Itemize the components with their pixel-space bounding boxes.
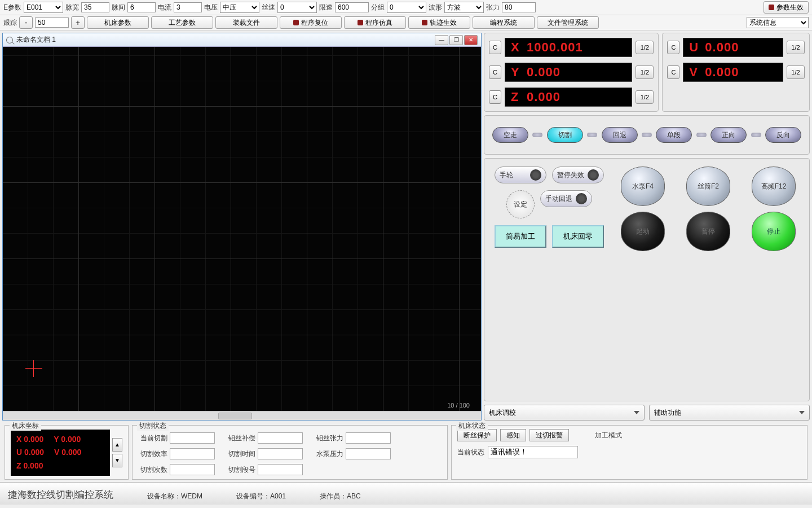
clear-z-button[interactable]: C	[489, 90, 501, 104]
half-u-button[interactable]: 1/2	[787, 41, 805, 54]
drawing-canvas[interactable]: 10 / 100	[3, 47, 481, 411]
dro-x: X1000.001	[505, 38, 632, 57]
mc-up-button[interactable]: ▲	[112, 438, 122, 452]
process-params-button[interactable]: 工艺参数	[151, 16, 213, 29]
volt-select[interactable]: 中压	[220, 2, 259, 13]
mode-cut-button[interactable]: 切割	[547, 127, 583, 143]
machine-coord-display: X 0.000Y 0.000 U 0.000V 0.000 Z 0.000	[11, 430, 110, 476]
mode-reverse-button[interactable]: 反向	[765, 127, 801, 143]
trace-apply-button[interactable]: 轨迹生效	[408, 16, 470, 29]
sysinfo-select[interactable]: 系统信息	[747, 17, 809, 28]
dro-z: Z0.000	[505, 87, 632, 107]
wire-tension-input[interactable]	[346, 432, 391, 444]
mc-down-button[interactable]: ▼	[112, 454, 122, 467]
mode-single-button[interactable]: 单段	[656, 127, 692, 143]
chevron-down-icon	[634, 411, 639, 414]
pausedisable-toggle[interactable]: 暂停失效	[552, 167, 604, 183]
dro-u: U0.000	[683, 38, 783, 57]
pause-button[interactable]: 暂停	[686, 212, 730, 251]
handwheel-toggle[interactable]: 手轮	[495, 167, 546, 183]
cut-count-input[interactable]	[170, 464, 215, 475]
pump-button[interactable]: 水泵F4	[621, 167, 665, 206]
eparam-select[interactable]: E001	[24, 2, 63, 13]
programming-button[interactable]: 编程系统	[473, 16, 535, 29]
current-status-label: 当前状态	[457, 448, 484, 457]
pi-label: 脉间	[112, 3, 125, 12]
half-z-button[interactable]: 1/2	[636, 90, 654, 104]
lamp-icon	[358, 20, 363, 25]
wirespd-label: 丝速	[262, 3, 275, 12]
wiredrum-button[interactable]: 丝筒F2	[686, 167, 730, 206]
track-minus-button[interactable]: -	[19, 16, 33, 29]
filemgr-button[interactable]: 文件管理系统	[537, 16, 599, 29]
simple-machining-button[interactable]: 简易加工	[495, 225, 546, 248]
wave-label: 波形	[429, 3, 442, 12]
operator: ABC	[347, 492, 361, 500]
magnifier-icon	[6, 37, 13, 43]
grp-label: 分组	[371, 3, 385, 12]
half-x-button[interactable]: 1/2	[636, 41, 654, 54]
volt-label: 电压	[204, 3, 218, 12]
apply-params-button[interactable]: 参数生效	[764, 1, 809, 14]
ten-input[interactable]	[502, 2, 536, 12]
cut-status-group: 切割状态 当前切割 钼丝补偿 钼丝张力 切割效率 切割时间 水泵压力 切割次数 …	[132, 425, 448, 480]
start-button[interactable]: 起动	[621, 212, 665, 251]
brand-label: 捷海数控线切割编控系统	[8, 488, 113, 501]
track-plus-button[interactable]: +	[71, 16, 85, 29]
pw-input[interactable]	[81, 2, 109, 12]
half-v-button[interactable]: 1/2	[787, 65, 805, 79]
machine-params-button[interactable]: 机床参数	[87, 16, 149, 29]
program-sim-button[interactable]: 程序仿真	[344, 16, 406, 29]
close-icon[interactable]: ✕	[464, 35, 478, 45]
wave-select[interactable]: 方波	[444, 2, 484, 13]
minimize-icon[interactable]: —	[435, 35, 448, 45]
clear-y-button[interactable]: C	[489, 65, 501, 79]
track-input[interactable]	[35, 17, 69, 28]
wirebreak-protect-button[interactable]: 断丝保护	[457, 429, 497, 441]
wirespd-select[interactable]: 0	[277, 2, 317, 13]
cut-eff-input[interactable]	[170, 448, 215, 459]
current-status-input	[488, 446, 578, 458]
load-file-button[interactable]: 装载文件	[215, 16, 277, 29]
pw-label: 脉宽	[65, 3, 79, 12]
overcut-alarm-button[interactable]: 过切报警	[529, 429, 569, 441]
pi-input[interactable]	[127, 2, 156, 12]
maximize-icon[interactable]: ❐	[449, 35, 463, 45]
stop-button[interactable]: 停止	[752, 212, 796, 251]
aux-func-dropdown[interactable]: 辅助功能	[649, 405, 810, 421]
machine-coord-group: 机床坐标 X 0.000Y 0.000 U 0.000V 0.000 Z 0.0…	[5, 425, 129, 480]
machine-status-group: 机床状态 断丝保护 感知 过切报警 加工模式 当前状态	[451, 425, 807, 480]
canvas-scale: 10 / 100	[447, 402, 470, 409]
mode-dryrun-button[interactable]: 空走	[492, 127, 528, 143]
doc-title: 未命名文档 1	[16, 35, 56, 45]
wire-comp-input[interactable]	[258, 432, 303, 444]
sense-button[interactable]: 感知	[500, 429, 526, 441]
manual-retract-toggle[interactable]: 手动回退	[540, 190, 592, 207]
cut-seg-input[interactable]	[258, 464, 303, 475]
clear-v-button[interactable]: C	[667, 65, 679, 79]
program-reset-button[interactable]: 程序复位	[280, 16, 342, 29]
lamp-icon	[769, 5, 774, 10]
clear-u-button[interactable]: C	[667, 41, 679, 54]
track-label: 跟踪	[3, 18, 17, 28]
half-y-button[interactable]: 1/2	[636, 65, 654, 79]
mode-retract-button[interactable]: 回退	[602, 127, 638, 143]
settings-gear-button[interactable]: 设定	[506, 190, 535, 218]
pump-press-input[interactable]	[346, 448, 391, 459]
current-cut-input[interactable]	[170, 432, 215, 444]
origin-cross-icon	[25, 360, 42, 377]
lamp-icon	[293, 20, 299, 25]
clear-x-button[interactable]: C	[489, 41, 501, 54]
grp-select[interactable]: 0	[387, 2, 426, 13]
cur-label: 电流	[158, 3, 171, 12]
cut-time-input[interactable]	[258, 448, 303, 459]
cur-input[interactable]	[174, 2, 202, 12]
machine-home-button[interactable]: 机床回零	[552, 225, 604, 248]
mode-forward-button[interactable]: 正向	[710, 127, 747, 143]
limspd-label: 限速	[319, 3, 333, 12]
limspd-input[interactable]	[335, 2, 369, 12]
hf-button[interactable]: 高频F12	[752, 167, 796, 206]
device-name: WEDM	[181, 492, 202, 500]
hscrollbar[interactable]	[3, 411, 481, 420]
machine-adjust-dropdown[interactable]: 机床调校	[484, 405, 645, 421]
